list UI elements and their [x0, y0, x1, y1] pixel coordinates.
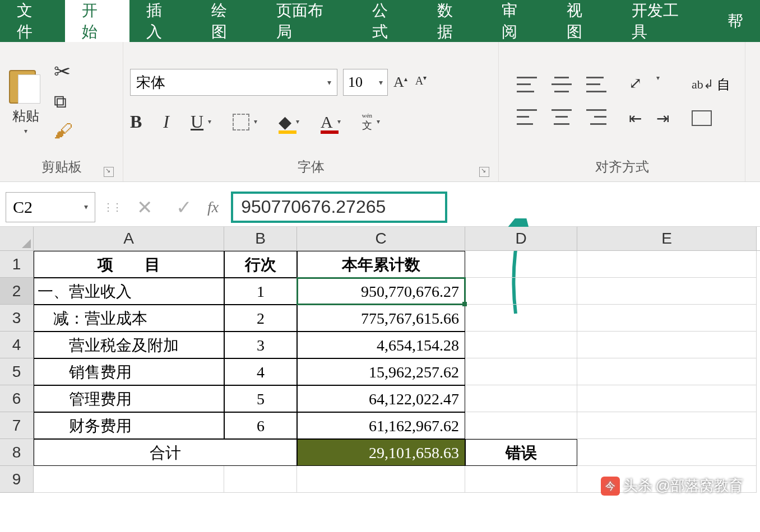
cell[interactable]: [465, 412, 577, 439]
ribbon-tab-4[interactable]: 页面布局: [259, 0, 355, 42]
align-top-icon[interactable]: [517, 77, 537, 92]
ribbon-tab-5[interactable]: 公式: [355, 0, 420, 42]
cell[interactable]: [297, 466, 465, 493]
cell[interactable]: 64,122,022.47: [297, 385, 465, 412]
orientation-icon[interactable]: ⤢: [629, 74, 642, 92]
row-header[interactable]: 9: [0, 466, 34, 493]
align-middle-icon[interactable]: [552, 77, 572, 92]
cell[interactable]: [577, 412, 757, 439]
align-bottom-icon[interactable]: [586, 77, 606, 92]
align-right-icon[interactable]: [586, 109, 606, 125]
cell[interactable]: [465, 385, 577, 412]
ribbon-tab-0[interactable]: 文件: [0, 0, 65, 42]
cell[interactable]: 合计: [34, 439, 297, 466]
cell[interactable]: 项 目: [34, 251, 224, 278]
ribbon-tab-6[interactable]: 数据: [420, 0, 485, 42]
underline-button[interactable]: U: [191, 111, 203, 132]
shrink-font-icon[interactable]: A▾: [415, 74, 427, 91]
cell[interactable]: 管理费用: [34, 385, 224, 412]
cell[interactable]: 29,101,658.63: [297, 439, 465, 466]
cell[interactable]: 1: [224, 278, 297, 305]
cell[interactable]: 950,770,676.27: [297, 278, 465, 305]
cell[interactable]: 营业税金及附加: [34, 332, 224, 358]
dialog-launcher-icon[interactable]: [104, 167, 114, 177]
column-header[interactable]: B: [224, 227, 297, 250]
cell[interactable]: 3: [224, 332, 297, 358]
cell[interactable]: 本年累计数: [297, 251, 465, 278]
copy-icon[interactable]: ⧉: [54, 91, 73, 112]
name-box[interactable]: C2▾: [6, 192, 95, 222]
fill-color-button[interactable]: ◆: [279, 112, 291, 132]
resizer-icon[interactable]: ⋮⋮: [103, 201, 121, 213]
cell[interactable]: [577, 251, 757, 278]
bold-button[interactable]: B: [130, 111, 142, 132]
cell[interactable]: [465, 466, 577, 493]
cell[interactable]: 6: [224, 412, 297, 439]
cell[interactable]: [224, 466, 297, 493]
phonetic-button[interactable]: wén 文: [362, 112, 372, 132]
fx-icon[interactable]: fx: [207, 198, 223, 216]
merge-icon[interactable]: [692, 110, 712, 126]
cell[interactable]: [577, 278, 757, 305]
cell[interactable]: [577, 305, 757, 332]
cancel-icon[interactable]: ✕: [129, 196, 160, 218]
cell[interactable]: 行次: [224, 251, 297, 278]
row-header[interactable]: 3: [0, 305, 34, 332]
cell[interactable]: 减：营业成本: [34, 305, 224, 332]
ribbon-tab-10[interactable]: 帮: [711, 0, 760, 42]
ribbon-tab-9[interactable]: 开发工具: [615, 0, 711, 42]
ribbon-tab-2[interactable]: 插入: [129, 0, 194, 42]
cell[interactable]: [465, 358, 577, 385]
format-painter-icon[interactable]: 🖌: [54, 120, 73, 142]
indent-decrease-icon[interactable]: ⇤: [629, 109, 642, 128]
cell[interactable]: 2: [224, 305, 297, 332]
ribbon-tab-3[interactable]: 绘图: [194, 0, 259, 42]
cell[interactable]: 财务费用: [34, 412, 224, 439]
column-header[interactable]: E: [577, 227, 757, 250]
font-size-select[interactable]: 10▾: [343, 69, 388, 96]
row-header[interactable]: 6: [0, 385, 34, 412]
cell[interactable]: 一、营业收入: [34, 278, 224, 305]
cell[interactable]: [465, 278, 577, 305]
cell[interactable]: [465, 305, 577, 332]
cell[interactable]: 61,162,967.62: [297, 412, 465, 439]
row-header[interactable]: 5: [0, 358, 34, 385]
cell[interactable]: 错误: [465, 439, 577, 466]
cell[interactable]: 4: [224, 358, 297, 385]
wrap-text-icon[interactable]: ab↲: [692, 77, 713, 92]
column-header[interactable]: C: [297, 227, 465, 250]
cell[interactable]: 销售费用: [34, 358, 224, 385]
row-header[interactable]: 4: [0, 332, 34, 358]
cell[interactable]: [577, 385, 757, 412]
dialog-launcher-icon[interactable]: [479, 167, 489, 177]
row-header[interactable]: 7: [0, 412, 34, 439]
select-all-button[interactable]: [0, 227, 34, 250]
cell[interactable]: [465, 332, 577, 358]
ribbon-tab-7[interactable]: 审阅: [485, 0, 550, 42]
font-color-button[interactable]: A: [321, 113, 333, 132]
row-header[interactable]: 1: [0, 251, 34, 278]
align-center-icon[interactable]: [552, 109, 572, 125]
cell[interactable]: 775,767,615.66: [297, 305, 465, 332]
cell[interactable]: 5: [224, 385, 297, 412]
cell[interactable]: 15,962,257.62: [297, 358, 465, 385]
row-header[interactable]: 8: [0, 439, 34, 466]
cell[interactable]: [577, 332, 757, 358]
cell[interactable]: [465, 251, 577, 278]
cell[interactable]: [577, 358, 757, 385]
cut-icon[interactable]: ✂: [54, 60, 73, 83]
align-left-icon[interactable]: [517, 109, 537, 125]
formula-input[interactable]: [241, 197, 437, 217]
column-header[interactable]: A: [34, 227, 224, 250]
border-button[interactable]: [233, 114, 249, 130]
italic-button[interactable]: I: [163, 111, 169, 132]
row-header[interactable]: 2: [0, 278, 34, 305]
grow-font-icon[interactable]: A▴: [393, 74, 407, 91]
ribbon-tab-1[interactable]: 开始: [65, 0, 130, 42]
column-header[interactable]: D: [465, 227, 577, 250]
enter-icon[interactable]: ✓: [168, 196, 200, 218]
font-name-select[interactable]: 宋体▾: [130, 69, 337, 96]
cell[interactable]: 4,654,154.28: [297, 332, 465, 358]
paste-button[interactable]: 粘贴 ▾: [7, 63, 45, 138]
cell[interactable]: [577, 439, 757, 466]
